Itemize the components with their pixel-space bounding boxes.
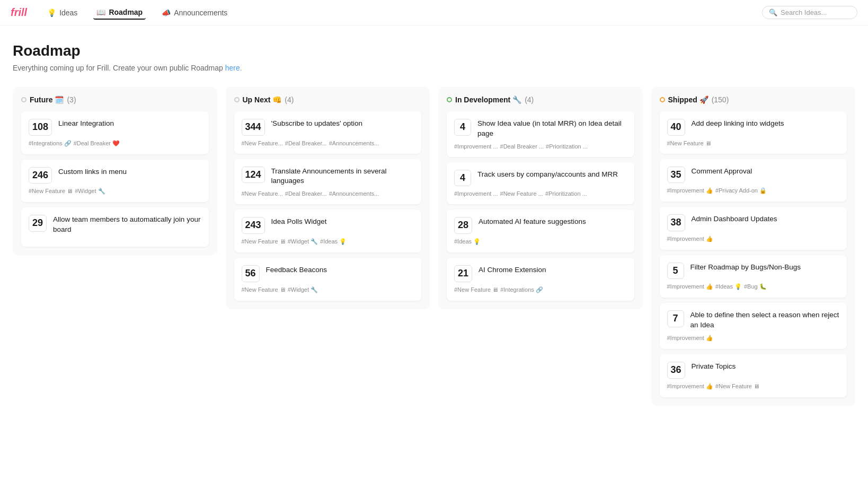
card-tag: #Deal Breaker... — [285, 190, 327, 197]
card-tag: #Deal Breaker ❤️ — [74, 140, 120, 147]
card-number: 35 — [667, 167, 685, 184]
card-number: 7 — [667, 310, 684, 327]
card-title: Private Topics — [692, 362, 736, 372]
column-dot-upnext — [234, 97, 240, 102]
column-header-indev: In Development 🔧(4) — [447, 95, 634, 104]
card-tag: #New Feature 🖥 — [242, 286, 286, 293]
card-tag: #New Feature 🖥 — [242, 238, 286, 245]
card-tags: #New Feature 🖥#Widget 🔧#Ideas 💡 — [242, 238, 414, 245]
card[interactable]: 344'Subscribe to updates' option#New Fea… — [234, 111, 422, 154]
card-tags: #Integrations 🔗#Deal Breaker ❤️ — [29, 140, 201, 147]
card[interactable]: 243Idea Polls Widget#New Feature 🖥#Widge… — [234, 210, 422, 252]
card[interactable]: 28Automated AI feature suggestions#Ideas… — [447, 210, 634, 252]
card-title: Show Idea value (in total MRR) on Idea d… — [477, 119, 627, 139]
card-title: Add deep linking into widgets — [692, 119, 784, 129]
column-header-upnext: Up Next 👊(4) — [234, 95, 422, 104]
search-bar[interactable]: 🔍 Search Ideas... — [762, 6, 857, 19]
card-title: Linear Integration — [58, 119, 114, 129]
card[interactable]: 21AI Chrome Extension#New Feature 🖥#Inte… — [447, 258, 634, 301]
card-number: 243 — [242, 217, 265, 234]
card-number: 124 — [242, 167, 265, 184]
card-tags: #Improvement 👍#Ideas 💡#Bug 🐛 — [667, 283, 840, 290]
column-header-future: Future 🗓️(3) — [21, 95, 209, 104]
card-tags: #Improvement 👍#New Feature 🖥 — [667, 383, 840, 390]
page-subtitle: Everything coming up for Frill. Create y… — [13, 64, 855, 72]
card-tag: #Deal Breaker... — [285, 140, 327, 146]
column-label-shipped: Shipped 🚀 — [668, 95, 708, 104]
card-number: 108 — [29, 119, 52, 136]
card-tag: #New Feature... — [242, 190, 283, 197]
nav-announcements[interactable]: 📣 Announcements — [158, 6, 231, 19]
card-tag: #Privacy Add-on 🔒 — [715, 187, 767, 194]
card-tag: #Improvement ... — [454, 190, 498, 197]
card[interactable]: 4Track users by company/accounts and MRR… — [447, 162, 634, 205]
card-tag: #Announcements... — [329, 140, 379, 146]
navigation: frill 💡 Ideas 📖 Roadmap 📣 Announcements … — [0, 0, 868, 25]
card-number: 28 — [454, 217, 472, 234]
card-number: 36 — [667, 362, 685, 379]
page-title: Roadmap — [13, 42, 855, 59]
card-tag: #Deal Breaker ... — [500, 143, 544, 150]
card-tag: #New Feature 🖥 — [29, 188, 73, 195]
card-number: 5 — [667, 263, 684, 280]
card-tags: #Improvement ...#New Feature ...#Priorit… — [454, 190, 627, 197]
card-title: Custom links in menu — [58, 167, 127, 177]
column-shipped: Shipped 🚀(150)40Add deep linking into wi… — [651, 87, 856, 406]
column-header-shipped: Shipped 🚀(150) — [660, 95, 847, 104]
card-tags: #New Feature 🖥#Widget 🔧 — [29, 188, 201, 195]
card[interactable]: 5Filter Roadmap by Bugs/Non-Bugs#Improve… — [660, 255, 847, 298]
card-tag: #Improvement 👍 — [667, 187, 713, 194]
card-number: 344 — [242, 119, 265, 136]
card-title: AI Chrome Extension — [479, 265, 546, 275]
column-dot-shipped — [660, 97, 665, 102]
nav-ideas[interactable]: 💡 Ideas — [44, 6, 81, 19]
card-number: 4 — [454, 170, 471, 187]
card-number: 56 — [242, 265, 260, 282]
card-tag: #New Feature... — [242, 140, 283, 146]
card[interactable]: 36Private Topics#Improvement 👍#New Featu… — [660, 354, 847, 397]
column-label-upnext: Up Next 👊 — [243, 95, 282, 104]
card[interactable]: 108Linear Integration#Integrations 🔗#Dea… — [21, 111, 209, 154]
card[interactable]: 7Able to define then select a reason whe… — [660, 303, 847, 349]
card[interactable]: 246Custom links in menu#New Feature 🖥#Wi… — [21, 160, 209, 203]
column-count-upnext: (4) — [285, 95, 294, 104]
card-tags: #Improvement ...#Deal Breaker ...#Priori… — [454, 143, 627, 150]
card-tag: #New Feature 🖥 — [667, 140, 711, 146]
card-tag: #Prioritization ... — [545, 190, 587, 197]
card-tag: #Integrations 🔗 — [500, 286, 543, 293]
card-tag: #Widget 🔧 — [288, 238, 318, 245]
card[interactable]: 35Comment Approval#Improvement 👍#Privacy… — [660, 159, 847, 202]
nav-roadmap[interactable]: 📖 Roadmap — [93, 6, 146, 20]
announcements-icon: 📣 — [162, 8, 171, 17]
card-tag: #Ideas 💡 — [715, 283, 742, 290]
card[interactable]: 38Admin Dashboard Updates#Improvement 👍 — [660, 207, 847, 250]
card-tag: #Improvement 👍 — [667, 383, 713, 390]
here-link[interactable]: here. — [225, 64, 242, 72]
card[interactable]: 124Translate Announcements in several la… — [234, 159, 422, 205]
card-tag: #Widget 🔧 — [288, 286, 318, 293]
card[interactable]: 56Feedback Beacons#New Feature 🖥#Widget … — [234, 258, 422, 301]
card-tag: #Improvement 👍 — [667, 236, 713, 242]
card-tags: #Improvement 👍 — [667, 335, 840, 342]
card[interactable]: 29Allow team members to automatically jo… — [21, 207, 209, 247]
card-number: 4 — [454, 119, 471, 136]
column-dot-indev — [447, 97, 452, 102]
card-tag: #Announcements... — [329, 190, 379, 197]
logo[interactable]: frill — [11, 6, 27, 19]
card-title: Translate Announcements in several langu… — [271, 167, 414, 187]
card-title: Track users by company/accounts and MRR — [477, 170, 618, 180]
column-future: Future 🗓️(3)108Linear Integration#Integr… — [13, 87, 217, 255]
column-count-indev: (4) — [525, 95, 534, 104]
column-count-shipped: (150) — [712, 95, 729, 104]
card[interactable]: 4Show Idea value (in total MRR) on Idea … — [447, 111, 634, 157]
card-tag: #Ideas 💡 — [454, 238, 481, 245]
columns-container: Future 🗓️(3)108Linear Integration#Integr… — [13, 87, 855, 406]
roadmap-icon: 📖 — [96, 8, 105, 16]
card[interactable]: 40Add deep linking into widgets#New Feat… — [660, 111, 847, 154]
card-title: Comment Approval — [692, 167, 752, 177]
page-content: Roadmap Everything coming up for Frill. … — [0, 25, 868, 423]
card-tags: #New Feature 🖥 — [667, 140, 840, 146]
card-number: 21 — [454, 265, 472, 282]
column-label-indev: In Development 🔧 — [455, 95, 521, 104]
card-tags: #Ideas 💡 — [454, 238, 627, 245]
